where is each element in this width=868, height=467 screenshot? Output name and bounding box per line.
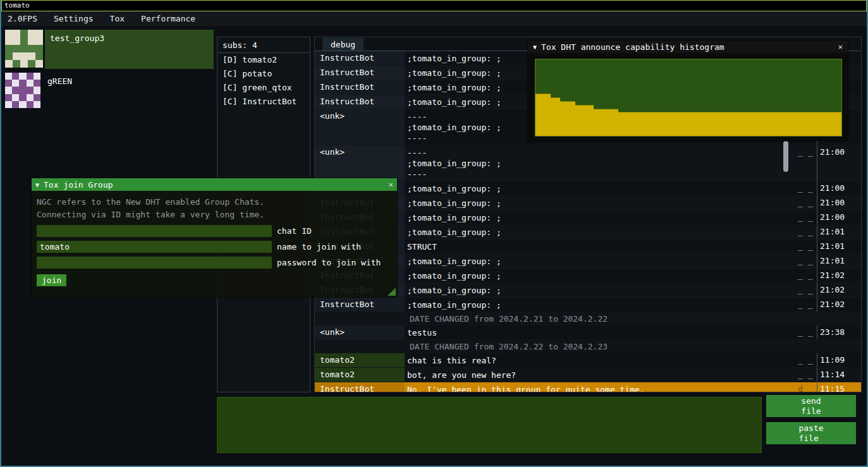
send-file-button[interactable]: send file <box>766 395 856 417</box>
avatar-pixel <box>27 73 34 80</box>
group-avatar <box>5 30 43 68</box>
avatar-pixel <box>35 45 43 52</box>
message-text: chat is this real? <box>405 353 795 367</box>
join-group-titlebar[interactable]: ▼ Tox join Group ✕ <box>32 178 397 191</box>
message-text: ;tomato_in_group: ; <box>405 254 795 268</box>
message-text: ;tomato_in_group: ; <box>405 196 795 210</box>
message-status: _ _ <box>795 353 817 366</box>
sender-name: InstructBot <box>315 298 405 312</box>
avatar-pixel <box>5 37 13 45</box>
chat-scrollbar[interactable] <box>783 141 788 172</box>
sender-name: tomato2 <box>315 353 405 367</box>
name-to-join-with-input[interactable] <box>37 241 272 253</box>
collapse-icon[interactable]: ▼ <box>35 181 39 188</box>
avatar-pixel <box>35 52 43 60</box>
date-changed-row: DATE CHANGED from 2024.2.22 to 2024.2.23 <box>315 340 861 353</box>
avatar-pixel <box>34 87 40 94</box>
message-row[interactable]: <unk>---- ;tomato_in_group: ; ----_ _21:… <box>315 145 861 181</box>
avatar-pixel <box>28 37 35 45</box>
subs-item-c-potato[interactable]: [C] potato <box>217 67 310 81</box>
password-to-join-with-input[interactable] <box>37 257 272 269</box>
subs-item-c-green-qtox[interactable]: [C] green_qtox <box>217 81 310 95</box>
avatar-pixel <box>28 30 35 37</box>
avatar-pixel <box>5 101 12 108</box>
tab-debug[interactable]: debug <box>322 38 364 51</box>
message-row[interactable]: InstructBot;tomato_in_group: ;_ _21:02 <box>315 298 861 312</box>
avatar-pixel <box>19 80 26 87</box>
message-time: 21:02 <box>817 298 861 312</box>
message-time: 11:15 <box>817 382 861 392</box>
avatar-pixel <box>20 52 28 60</box>
message-text: bot, are you new here? <box>405 368 795 382</box>
avatar-pixel <box>34 73 40 80</box>
message-row[interactable]: <unk>testus_ _23:38 <box>315 325 861 340</box>
sender-name: InstructBot <box>315 382 405 392</box>
group-item-green[interactable]: gREEN <box>5 73 214 109</box>
avatar-pixel <box>35 37 43 45</box>
message-time: 21:01 <box>817 225 861 239</box>
avatar-pixel <box>27 80 34 87</box>
message-row[interactable]: tomato2bot, are you new here?_ _11:14 <box>315 368 861 382</box>
avatar-pixel <box>20 60 28 68</box>
avatar-pixel <box>12 94 19 101</box>
message-text: ;tomato_in_group: ; <box>405 283 795 297</box>
paste-file-button[interactable]: paste file <box>766 422 856 444</box>
date-changed-row: DATE CHANGED from 2024.2.21 to 2024.2.22 <box>315 312 861 325</box>
avatar-pixel <box>19 94 26 101</box>
message-row[interactable]: tomato2chat is this real?_ _11:09 <box>315 353 861 368</box>
message-status: _ _ <box>795 298 817 310</box>
message-status: _ _ <box>795 254 817 267</box>
avatar-pixel <box>5 52 13 60</box>
avatar-pixel <box>20 30 28 37</box>
message-time: 11:09 <box>817 353 861 367</box>
avatar-pixel <box>35 60 43 68</box>
collapse-icon[interactable]: ▼ <box>533 44 537 51</box>
join-group-window: ▼ Tox join Group ✕ NGC refers to the New… <box>32 178 397 297</box>
menu-item-settings[interactable]: Settings <box>47 12 100 25</box>
send-file-label: send file <box>801 396 821 416</box>
avatar-pixel <box>12 101 19 108</box>
window-titlebar: tomato <box>1 0 867 11</box>
message-text: STRUCT <box>405 240 795 253</box>
subs-list: [D] tomato2[C] potato[C] green_qtox[C] I… <box>217 53 310 109</box>
message-status: _ _ <box>795 240 817 252</box>
message-input[interactable] <box>217 397 762 453</box>
avatar-pixel <box>27 94 34 101</box>
join-field-row: chat ID <box>37 225 392 237</box>
subs-header: subs: 4 <box>217 37 310 52</box>
avatar-pixel <box>5 73 12 80</box>
message-time: 21:00 <box>817 181 861 195</box>
subs-item-d-tomato2[interactable]: [D] tomato2 <box>217 53 310 67</box>
avatar-pixel <box>5 80 12 87</box>
avatar-pixel <box>28 45 35 52</box>
join-info-line: Connecting via ID might take a very long… <box>37 209 392 221</box>
menu-item-tox[interactable]: Tox <box>104 12 131 25</box>
message-text: ;tomato_in_group: ; <box>405 210 795 224</box>
close-icon[interactable]: ✕ <box>838 42 843 51</box>
message-status: _ _ <box>795 196 817 209</box>
message-text: ;tomato_in_group: ; <box>405 269 795 282</box>
sender-name: <unk> <box>315 109 405 145</box>
message-time: 21:00 <box>817 196 861 210</box>
message-time: 21:00 <box>817 210 861 224</box>
chat-id-input[interactable] <box>37 225 272 237</box>
subs-item-c-instructbot[interactable]: [C] InstructBot <box>217 95 310 109</box>
message-status: _ _ <box>795 210 817 223</box>
message-status: _ _ <box>795 368 817 380</box>
avatar-pixel <box>5 30 13 37</box>
avatar-pixel <box>19 73 26 80</box>
menu-item-2-0fps: 2.0FPS <box>1 12 44 25</box>
avatar-pixel <box>5 94 12 101</box>
resize-grip[interactable] <box>388 288 396 296</box>
message-row[interactable]: InstructBotNo, I've been in this group f… <box>315 382 861 392</box>
close-icon[interactable]: ✕ <box>389 180 393 189</box>
message-text: No, I've been in this group for quite so… <box>405 382 795 392</box>
group-avatar <box>5 73 40 108</box>
menu-item-performance[interactable]: Performance <box>135 12 202 25</box>
join-button[interactable]: join <box>37 274 66 286</box>
histogram-titlebar[interactable]: ▼ Tox DHT announce capability histogram … <box>528 40 848 53</box>
message-text: ;tomato_in_group: ; <box>405 181 795 195</box>
group-item-test-group3[interactable]: test_group3 <box>5 30 214 69</box>
histogram-plot <box>535 59 842 136</box>
avatar-pixel <box>12 80 19 87</box>
